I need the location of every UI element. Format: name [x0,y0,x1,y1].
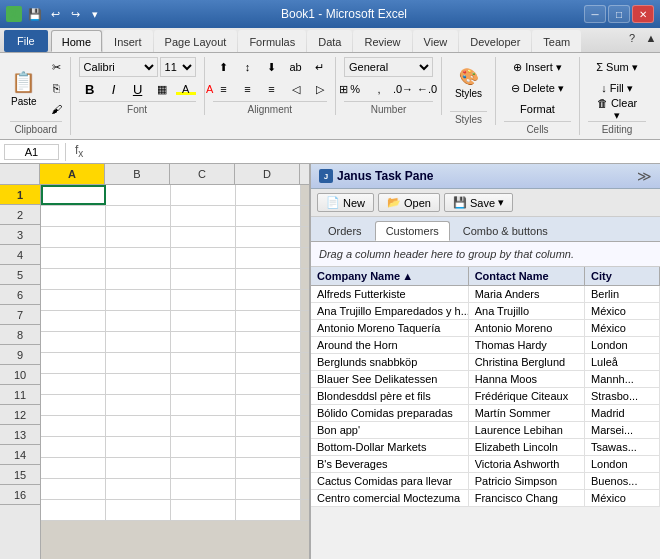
cell-a7[interactable] [41,311,106,331]
cell-a14[interactable] [41,458,106,478]
task-pane-expand-icon[interactable]: ≫ [637,168,652,184]
tp-open-btn[interactable]: 📂 Open [378,193,440,212]
cell-a11[interactable] [41,395,106,415]
cell-b3[interactable] [106,227,171,247]
cell-c13[interactable] [171,437,236,457]
tab-insert[interactable]: Insert [103,30,153,52]
ribbon-collapse-btn[interactable]: ▲ [642,30,660,46]
tab-review[interactable]: Review [353,30,411,52]
insert-btn[interactable]: ⊕ Insert ▾ [504,57,571,77]
cell-a13[interactable] [41,437,106,457]
cell-b15[interactable] [106,479,171,499]
align-center-btn[interactable]: ≡ [237,79,259,99]
table-row[interactable]: Bólido Comidas preparadas Martín Sommer … [311,405,660,422]
cell-a16[interactable] [41,500,106,520]
table-row[interactable]: Bottom-Dollar Markets Elizabeth Lincoln … [311,439,660,456]
row-header-5[interactable]: 5 [0,265,40,285]
customize-btn[interactable]: ▾ [86,6,104,22]
cell-d12[interactable] [236,416,301,436]
cell-d9[interactable] [236,353,301,373]
table-row[interactable]: Alfreds Futterkiste Maria Anders Berlin [311,286,660,303]
comma-btn[interactable]: , [368,79,390,99]
tp-col-contact[interactable]: Contact Name [469,267,585,285]
cell-d15[interactable] [236,479,301,499]
cell-c15[interactable] [171,479,236,499]
font-size-select[interactable]: 11 [160,57,196,77]
cell-d4[interactable] [236,248,301,268]
italic-btn[interactable]: I [103,79,125,99]
number-format-select[interactable]: General [344,57,433,77]
cell-a6[interactable] [41,290,106,310]
row-header-1[interactable]: 1 [0,185,40,205]
cell-b5[interactable] [106,269,171,289]
cell-b4[interactable] [106,248,171,268]
col-header-d[interactable]: D [235,164,300,184]
cell-a3[interactable] [41,227,106,247]
cut-btn[interactable]: ✂ [46,57,68,77]
row-header-2[interactable]: 2 [0,205,40,225]
cell-c7[interactable] [171,311,236,331]
paste-btn[interactable]: 📋 Paste [4,62,44,114]
row-header-14[interactable]: 14 [0,445,40,465]
tab-team[interactable]: Team [532,30,581,52]
tp-col-company[interactable]: Company Name ▲ [311,267,469,285]
font-name-select[interactable]: Calibri [79,57,158,77]
cell-a9[interactable] [41,353,106,373]
align-top-btn[interactable]: ⬆ [213,57,235,77]
cell-d10[interactable] [236,374,301,394]
cell-d11[interactable] [236,395,301,415]
row-header-12[interactable]: 12 [0,405,40,425]
cell-a8[interactable] [41,332,106,352]
cell-a12[interactable] [41,416,106,436]
tp-save-btn[interactable]: 💾 Save ▾ [444,193,513,212]
table-row[interactable]: Bon app' Laurence Lebihan Marsei... [311,422,660,439]
tab-view[interactable]: View [413,30,459,52]
row-header-6[interactable]: 6 [0,285,40,305]
col-header-a[interactable]: A [40,164,105,184]
align-bottom-btn[interactable]: ⬇ [261,57,283,77]
cell-c3[interactable] [171,227,236,247]
cell-a1[interactable] [41,185,106,205]
format-painter-btn[interactable]: 🖌 [46,99,68,119]
align-right-btn[interactable]: ≡ [261,79,283,99]
formula-fx-icon[interactable]: fx [72,143,86,159]
bold-btn[interactable]: B [79,79,101,99]
underline-btn[interactable]: U [127,79,149,99]
cell-d7[interactable] [236,311,301,331]
increase-decimal-btn[interactable]: .0→ [392,79,414,99]
tp-tab-orders[interactable]: Orders [317,221,373,241]
row-header-3[interactable]: 3 [0,225,40,245]
undo-btn[interactable]: ↩ [46,6,64,22]
table-row[interactable]: Centro comercial Moctezuma Francisco Cha… [311,490,660,507]
cell-b14[interactable] [106,458,171,478]
cell-d13[interactable] [236,437,301,457]
table-row[interactable]: Blondesddsl père et fils Frédérique Cite… [311,388,660,405]
table-row[interactable]: Blauer See Delikatessen Hanna Moos Mannh… [311,371,660,388]
table-row[interactable]: Ana Trujillo Emparedados y h... Ana Truj… [311,303,660,320]
cell-b13[interactable] [106,437,171,457]
cell-b1[interactable] [106,185,171,205]
cell-d16[interactable] [236,500,301,520]
fill-btn[interactable]: ↓ Fill ▾ [588,78,646,98]
cell-a5[interactable] [41,269,106,289]
cell-reference-input[interactable]: A1 [4,144,59,160]
cell-d14[interactable] [236,458,301,478]
redo-btn[interactable]: ↪ [66,6,84,22]
cell-c12[interactable] [171,416,236,436]
cell-b8[interactable] [106,332,171,352]
tab-developer[interactable]: Developer [459,30,531,52]
text-orient-btn[interactable]: ab [285,57,307,77]
col-header-b[interactable]: B [105,164,170,184]
cell-c11[interactable] [171,395,236,415]
maximize-btn[interactable]: □ [608,5,630,23]
tab-file[interactable]: File [4,30,48,52]
cell-b6[interactable] [106,290,171,310]
cell-c1[interactable] [171,185,236,205]
cell-a2[interactable] [41,206,106,226]
table-row[interactable]: B's Beverages Victoria Ashworth London [311,456,660,473]
formula-input[interactable] [90,144,656,160]
format-btn[interactable]: Format [504,99,571,119]
cell-c2[interactable] [171,206,236,226]
cell-d8[interactable] [236,332,301,352]
align-left-btn[interactable]: ≡ [213,79,235,99]
